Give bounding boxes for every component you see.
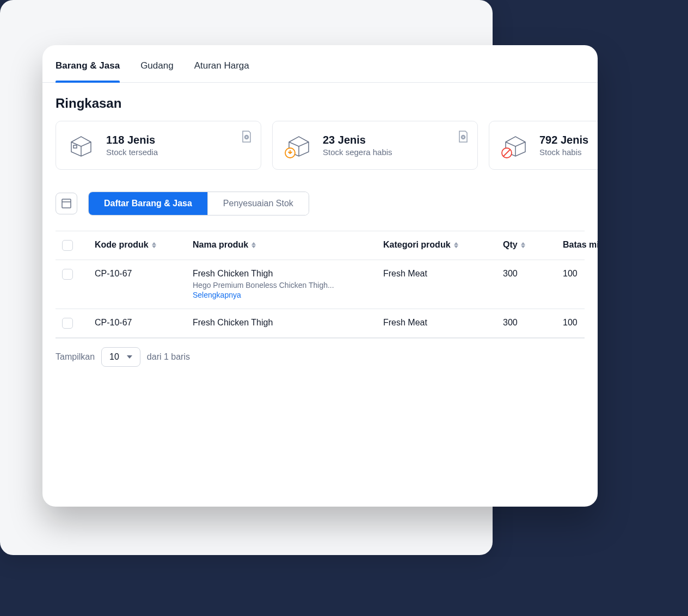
main-tabs: Barang & Jasa Gudang Aturan Harga xyxy=(42,50,598,83)
tab-aturan-harga[interactable]: Aturan Harga xyxy=(194,50,249,82)
cell-category: Fresh Meat xyxy=(383,269,503,279)
per-page-select[interactable]: 10 xyxy=(101,347,140,367)
th-min-limit[interactable]: Batas mi xyxy=(563,240,598,250)
cell-code: CP-10-67 xyxy=(95,269,193,279)
card-title: 23 Jenis xyxy=(323,134,392,146)
cell-qty: 300 xyxy=(503,318,563,328)
cell-qty: 300 xyxy=(503,269,563,279)
box-warning-icon xyxy=(285,132,311,158)
main-panel: Barang & Jasa Gudang Aturan Harga Ringka… xyxy=(42,45,598,507)
summary-card-low-stock[interactable]: 23 Jenis Stock segera habis xyxy=(272,121,478,170)
subtabs: Daftar Barang & Jasa Penyesuaian Stok xyxy=(88,192,309,215)
layout-toggle-button[interactable] xyxy=(56,193,77,214)
box-empty-icon xyxy=(501,132,527,158)
summary-card-out-of-stock[interactable]: 792 Jenis Stock habis xyxy=(489,121,598,170)
summary-card-available[interactable]: 118 Jenis Stock tersedia xyxy=(56,121,261,170)
svg-rect-0 xyxy=(73,145,77,148)
content-area: Ringkasan 118 Jenis Stock tersedia xyxy=(42,83,598,389)
card-title: 118 Jenis xyxy=(106,134,158,146)
svg-rect-6 xyxy=(62,199,71,208)
th-code[interactable]: Kode produk xyxy=(95,240,193,250)
sort-icon xyxy=(152,242,156,248)
subtab-daftar-barang[interactable]: Daftar Barang & Jasa xyxy=(89,192,207,215)
th-name[interactable]: Nama produk xyxy=(193,240,383,250)
section-title: Ringkasan xyxy=(56,96,585,111)
select-all-checkbox[interactable] xyxy=(62,240,73,251)
cell-min-limit: 100 xyxy=(563,318,598,328)
table-header: Kode produk Nama produk Kategori produk … xyxy=(56,231,585,260)
summary-cards: 118 Jenis Stock tersedia xyxy=(56,121,585,170)
tab-barang-jasa[interactable]: Barang & Jasa xyxy=(56,50,120,82)
cell-name: Fresh Chicken Thigh Hego Premium Boneles… xyxy=(193,269,383,300)
pagination: Tampilkan 10 dari 1 baris xyxy=(56,338,585,375)
row-checkbox[interactable] xyxy=(62,318,73,329)
th-qty[interactable]: Qty xyxy=(503,240,563,250)
th-category[interactable]: Kategori produk xyxy=(383,240,503,250)
card-subtitle: Stock segera habis xyxy=(323,147,392,157)
chevron-down-icon xyxy=(127,355,132,359)
cell-code: CP-10-67 xyxy=(95,318,193,328)
link-icon[interactable] xyxy=(458,130,469,145)
card-subtitle: Stock tersedia xyxy=(106,147,158,157)
cell-name: Fresh Chicken Thigh xyxy=(193,318,383,328)
subtabs-row: Daftar Barang & Jasa Penyesuaian Stok xyxy=(56,192,585,215)
of-label: dari 1 baris xyxy=(147,352,190,362)
tab-gudang[interactable]: Gudang xyxy=(140,50,174,82)
sort-icon xyxy=(251,242,256,248)
sort-icon xyxy=(454,242,458,248)
more-link[interactable]: Selengkapnya xyxy=(193,291,241,299)
table-row: CP-10-67 Fresh Chicken Thigh Hego Premiu… xyxy=(56,260,585,309)
show-label: Tampilkan xyxy=(56,352,95,362)
box-icon xyxy=(68,132,94,158)
link-icon[interactable] xyxy=(241,130,252,145)
sort-icon xyxy=(521,242,525,248)
product-table: Kode produk Nama produk Kategori produk … xyxy=(56,231,585,338)
cell-category: Fresh Meat xyxy=(383,318,503,328)
row-checkbox[interactable] xyxy=(62,269,73,280)
table-row: CP-10-67 Fresh Chicken Thigh Fresh Meat … xyxy=(56,309,585,338)
cell-min-limit: 100 xyxy=(563,269,598,279)
card-title: 792 Jenis xyxy=(539,134,588,146)
card-subtitle: Stock habis xyxy=(539,147,588,157)
subtab-penyesuaian-stok[interactable]: Penyesuaian Stok xyxy=(207,192,309,215)
